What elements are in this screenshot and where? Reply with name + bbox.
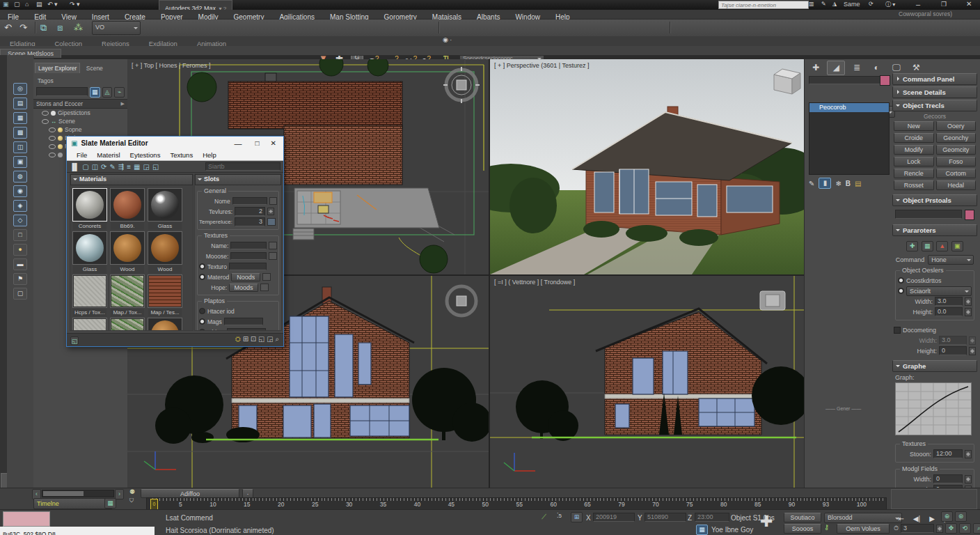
- editor-nav-icons[interactable]: ⛭ ⊞ ⊡ ◱ ◲ ⌕: [235, 335, 279, 343]
- material-swatch[interactable]: Bb69.: [109, 188, 145, 230]
- refresh-icon[interactable]: ⟳: [101, 163, 106, 171]
- object-tool-button[interactable]: Rosset: [894, 180, 934, 190]
- flag-icon[interactable]: ⚑: [13, 273, 27, 285]
- current-frame-field[interactable]: 3: [901, 524, 934, 533]
- eyedropper-icon[interactable]: ✎: [109, 163, 115, 171]
- sort-icon[interactable]: ⇶: [118, 163, 124, 171]
- material-swatch[interactable]: Conorets: [72, 188, 108, 230]
- viewport-perspective[interactable]: [ + ] Perspective (3601 | Testurez ]: [490, 59, 804, 274]
- zoom-all-icon[interactable]: ⊛: [955, 511, 967, 522]
- material-button[interactable]: Noods: [231, 273, 260, 281]
- material-editor-titlebar[interactable]: ▣ Slate Material Editor — □ ✕: [67, 137, 283, 150]
- eye-toggle-icon[interactable]: ◉ ·: [443, 36, 452, 43]
- object-tool-button[interactable]: Foso: [936, 157, 977, 166]
- bind-spacewarp-icon[interactable]: ⁂: [74, 21, 83, 35]
- slot-button[interactable]: [269, 197, 277, 205]
- material-explorer-icon[interactable]: ◈: [13, 200, 27, 212]
- nav-pan-icon[interactable]: ✥: [945, 523, 957, 534]
- object-tool-button[interactable]: Rencle: [894, 169, 934, 178]
- preset-name-input[interactable]: [895, 210, 962, 219]
- z-coordinate-field[interactable]: 23:00: [695, 513, 729, 522]
- hope-button[interactable]: Moods: [229, 284, 258, 292]
- minimize-button[interactable]: –: [916, 0, 920, 8]
- scroll-right-button[interactable]: ›: [115, 489, 124, 499]
- redo-icon[interactable]: ↷: [19, 21, 27, 35]
- resize-grip[interactable]: ◱: [70, 336, 79, 345]
- material-search-input[interactable]: [205, 162, 280, 171]
- layer-explorer-icon[interactable]: ▤: [13, 98, 27, 109]
- tab-hierarchy-icon[interactable]: ≣: [848, 61, 865, 75]
- radio[interactable]: [199, 308, 205, 314]
- radio[interactable]: [898, 288, 904, 294]
- light-explorer-icon[interactable]: ◍: [13, 171, 27, 183]
- object-tool-button[interactable]: Modify: [894, 145, 934, 155]
- material-radio[interactable]: [199, 274, 205, 280]
- tab-scene[interactable]: Scene: [84, 63, 106, 73]
- eye-icon[interactable]: [49, 153, 56, 157]
- object-input[interactable]: [227, 328, 266, 331]
- spinner[interactable]: [936, 525, 943, 533]
- materials-panel-header[interactable]: Materials: [70, 174, 193, 185]
- picker-button[interactable]: [267, 218, 276, 226]
- temperature-field[interactable]: 3: [235, 217, 265, 226]
- object-tool-button[interactable]: Geomcity: [936, 145, 977, 155]
- eye-icon[interactable]: [42, 111, 49, 116]
- material-swatch[interactable]: Map / Tes...: [147, 274, 183, 316]
- select-link-icon[interactable]: ⧉: [40, 21, 47, 35]
- open-icon[interactable]: ⌂: [25, 1, 29, 8]
- material-swatch[interactable]: Glass: [147, 188, 183, 230]
- zoom-extents-icon[interactable]: ⊕: [941, 511, 953, 522]
- x-coordinate-field[interactable]: 200919: [593, 513, 635, 522]
- nav-orbit-icon[interactable]: ⟲: [959, 523, 971, 534]
- prev-frame-button[interactable]: ◀|: [909, 513, 924, 524]
- help-search-input[interactable]: [718, 1, 809, 9]
- tab-create-icon[interactable]: ✚: [807, 61, 824, 75]
- sooocs-button[interactable]: Soooos: [784, 524, 821, 534]
- stooon-field[interactable]: 12:00: [933, 449, 963, 458]
- spinner[interactable]: [965, 308, 972, 316]
- tab-modify-icon[interactable]: ◢: [827, 61, 845, 75]
- spinner[interactable]: [969, 347, 976, 355]
- flame-icon[interactable]: ▲: [936, 241, 948, 251]
- textures-count-field[interactable]: 2: [235, 207, 265, 216]
- width-field[interactable]: 3.0: [935, 297, 963, 306]
- workspace-icon[interactable]: ⟳: [869, 1, 874, 7]
- radio[interactable]: [199, 318, 205, 325]
- moose-input[interactable]: [230, 252, 267, 260]
- object-tool-button[interactable]: Lock: [894, 157, 934, 166]
- h-scrollbar[interactable]: [42, 490, 114, 497]
- key-icon[interactable]: ⚷: [824, 523, 829, 531]
- object-tool-button[interactable]: Ooery: [936, 121, 977, 131]
- redo-quick-icon[interactable]: ↷ ▾: [70, 1, 80, 8]
- spinner[interactable]: [965, 475, 972, 483]
- rollout-scene-details[interactable]: Scene Details: [892, 86, 977, 98]
- rollout-command-panel[interactable]: Command Panel: [892, 73, 977, 85]
- timeline-config-icon[interactable]: ▦: [104, 498, 116, 509]
- modifier-stack-list[interactable]: Peocorob: [809, 102, 890, 175]
- tree-root-row[interactable]: Stons and Ecocer ▶: [33, 99, 127, 109]
- rollout-object-tools[interactable]: Object Trecls: [892, 100, 977, 111]
- unlink-icon[interactable]: ⧈: [57, 21, 63, 35]
- configure-sets-icon[interactable]: ▤: [855, 180, 861, 187]
- view-cube[interactable]: [774, 69, 800, 94]
- tab-layer-explorer[interactable]: Layer Explorer: [35, 63, 80, 73]
- remove-modifier-icon[interactable]: B: [846, 180, 851, 187]
- app-logo-icon[interactable]: ▣: [3, 1, 9, 8]
- angle-snap-icon[interactable]: ⁚5: [557, 513, 562, 519]
- make-unique-icon[interactable]: ❄: [835, 180, 841, 187]
- modifier-stack-selected[interactable]: Peocorob: [809, 103, 889, 112]
- object-name-input[interactable]: [809, 76, 880, 84]
- minimize-button[interactable]: —: [230, 139, 247, 148]
- settings-icon[interactable]: ⌁: [114, 87, 125, 98]
- asset-tracking-icon[interactable]: ◫: [13, 141, 27, 153]
- pin-stack-icon[interactable]: ✎: [809, 180, 814, 187]
- map-explorer-icon[interactable]: ◇: [13, 215, 27, 226]
- object-tool-button[interactable]: Hedal: [936, 180, 977, 190]
- key-filter-icon[interactable]: ⛉: [129, 497, 134, 504]
- nav-zoom-icon[interactable]: ⌕: [973, 523, 980, 534]
- user-icon[interactable]: ◮: [832, 1, 837, 7]
- height-field[interactable]: 0.0: [935, 307, 963, 316]
- viewport-perspective-label[interactable]: [ + ] Perspective (3601 | Testurez ]: [494, 62, 590, 69]
- container-explorer-icon[interactable]: ▦: [13, 112, 27, 124]
- bulb-icon[interactable]: ●: [13, 244, 27, 256]
